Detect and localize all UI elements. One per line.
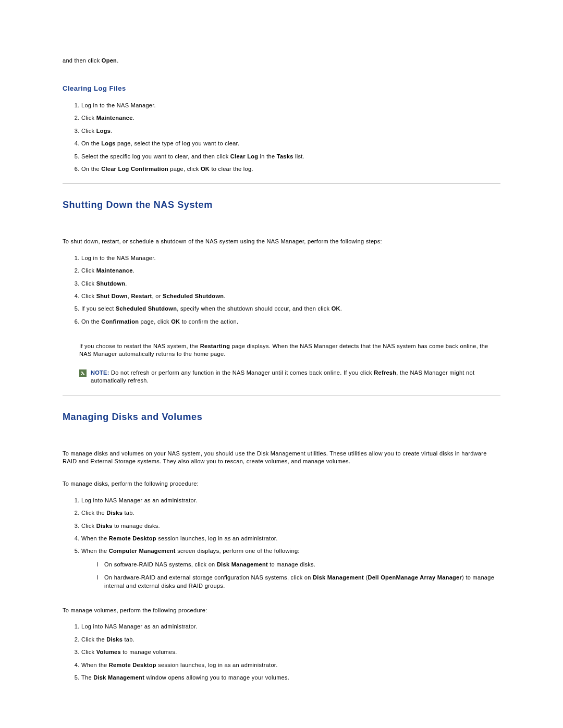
text: and then click	[63, 57, 102, 64]
disks-label: Disks	[106, 636, 123, 643]
restarting-label: Restarting	[200, 343, 230, 349]
text: tab.	[123, 510, 134, 516]
svg-rect-1	[81, 374, 82, 375]
remote-desktop-label: Remote Desktop	[109, 535, 156, 541]
note-block: NOTE: Do not refresh or perform any func…	[79, 369, 495, 385]
clearing-log-steps: Log in to the NAS Manager. Click Mainten…	[63, 102, 500, 173]
text: .	[111, 128, 112, 134]
volumes-label: Volumes	[96, 649, 121, 655]
list-item: Select the specific log you want to clea…	[81, 153, 500, 161]
list-item: On the Confirmation page, click OK to co…	[81, 318, 500, 326]
clearing-log-files-section: Clearing Log Files Log in to the NAS Man…	[63, 84, 500, 173]
mdv-intro: To manage disks and volumes on your NAS …	[63, 450, 500, 466]
text: Log in to the NAS Manager.	[81, 255, 156, 261]
list-item: Click the Disks tab.	[81, 509, 500, 517]
note-text: NOTE: Do not refresh or perform any func…	[91, 369, 495, 385]
open-label: Open	[102, 57, 117, 64]
text: When the	[81, 535, 109, 541]
text: Click	[81, 293, 96, 299]
text: Click	[81, 523, 96, 529]
list-item: Click Logs.	[81, 127, 500, 135]
text: Log into NAS Manager as an administrator…	[81, 623, 198, 630]
disk-management-label: Disk Management	[93, 674, 144, 681]
list-item: Log in to the NAS Manager.	[81, 254, 500, 262]
list-item: On the Logs page, select the type of log…	[81, 140, 500, 147]
text: Select the specific log you want to clea…	[81, 153, 230, 159]
text: page, click	[168, 166, 201, 172]
sub-options: l On software-RAID NAS systems, click on…	[97, 561, 500, 590]
disk-management-label: Disk Management	[313, 574, 364, 581]
clear-log-confirmation-label: Clear Log Confirmation	[101, 166, 168, 172]
text: session launches, log in as an administr…	[156, 662, 278, 668]
shut-down-label: Shut Down	[96, 293, 128, 299]
logs-label: Logs	[101, 140, 115, 146]
ok-label: OK	[171, 318, 180, 325]
text: to manage disks.	[113, 523, 160, 529]
text: .	[340, 305, 342, 312]
text: ,	[128, 293, 131, 299]
list-item: When the Remote Desktop session launches…	[81, 661, 500, 669]
subheading-clearing-log-files: Clearing Log Files	[63, 84, 500, 92]
list-item: When the Remote Desktop session launches…	[81, 535, 500, 542]
text: Click	[81, 267, 96, 274]
list-item: Log in to the NAS Manager.	[81, 102, 500, 109]
refresh-label: Refresh	[374, 369, 396, 376]
note-label: NOTE:	[91, 369, 109, 376]
heading-shutting-down: Shutting Down the NAS System	[63, 200, 500, 211]
restart-note-paragraph: If you choose to restart the NAS system,…	[79, 342, 495, 359]
text: to manage volumes.	[121, 649, 177, 655]
text: On the	[81, 166, 101, 172]
list-item: If you select Scheduled Shutdown, specif…	[81, 305, 500, 313]
text: If you select	[81, 305, 116, 312]
text: .	[224, 293, 225, 299]
continued-text: and then click Open.	[63, 57, 500, 64]
shutdown-intro: To shut down, restart, or schedule a shu…	[63, 238, 500, 245]
text: to clear the log.	[210, 166, 253, 172]
scheduled-shutdown-label: Scheduled Shutdown	[163, 293, 224, 299]
disks-label: Disks	[106, 510, 123, 516]
list-marker-icon: l	[97, 574, 104, 590]
text: .	[117, 57, 118, 64]
text: Click	[81, 649, 96, 655]
managing-disks-volumes-section: Managing Disks and Volumes To manage dis…	[63, 412, 500, 682]
text: to confirm the action.	[180, 318, 238, 325]
sub-item: l On hardware-RAID and external storage …	[97, 574, 500, 590]
list-item: Click the Disks tab.	[81, 636, 500, 644]
restart-label: Restart	[131, 293, 152, 299]
text: .	[125, 280, 127, 287]
list-item: Log into NAS Manager as an administrator…	[81, 623, 500, 631]
manage-disks-intro: To manage disks, perform the following p…	[63, 480, 500, 488]
list-item: Log into NAS Manager as an administrator…	[81, 497, 500, 504]
confirmation-label: Confirmation	[101, 318, 139, 325]
text: tab.	[123, 636, 134, 643]
text: screen displays, perform one of the foll…	[176, 548, 300, 554]
text: page, click	[139, 318, 171, 325]
text: If you choose to restart the NAS system,…	[79, 343, 200, 349]
manage-volumes-steps: Log into NAS Manager as an administrator…	[63, 623, 500, 682]
text: in the	[258, 153, 276, 159]
tasks-label: Tasks	[277, 153, 293, 159]
text: Click	[81, 115, 96, 121]
shutting-down-section: Shutting Down the NAS System To shut dow…	[63, 200, 500, 385]
divider	[63, 396, 500, 396]
text: On software-RAID NAS systems, click on	[104, 561, 217, 567]
text: Click	[81, 128, 96, 134]
list-item: Click Shutdown.	[81, 280, 500, 288]
shutdown-label: Shutdown	[96, 280, 126, 287]
remote-desktop-label: Remote Desktop	[109, 662, 156, 668]
heading-managing-disks-volumes: Managing Disks and Volumes	[63, 412, 500, 423]
text: When the	[81, 662, 109, 668]
list-marker-icon: l	[97, 561, 104, 569]
computer-management-label: Computer Management	[109, 548, 176, 554]
text: .	[133, 267, 134, 274]
text: .	[133, 115, 134, 121]
text: to manage disks.	[268, 561, 315, 567]
text: Log into NAS Manager as an administrator…	[81, 497, 198, 503]
manage-disks-steps: Log into NAS Manager as an administrator…	[63, 497, 500, 590]
manage-volumes-intro: To manage volumes, perform the following…	[63, 607, 500, 614]
text: , or	[152, 293, 163, 299]
list-item: Click Maintenance.	[81, 267, 500, 275]
ok-label: OK	[332, 305, 340, 312]
disk-management-label: Disk Management	[217, 561, 268, 567]
scheduled-shutdown-label: Scheduled Shutdown	[116, 305, 177, 312]
